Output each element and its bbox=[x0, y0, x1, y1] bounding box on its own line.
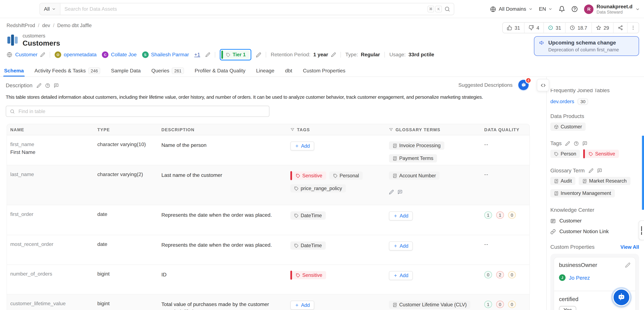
add-glossary-term-button[interactable]: Add bbox=[389, 271, 413, 280]
tab-sample-data[interactable]: Sample Data bbox=[111, 65, 140, 76]
cell-type: character varying(10) bbox=[94, 135, 158, 166]
view-all-link[interactable]: View All bbox=[620, 244, 639, 250]
more-options-button[interactable] bbox=[628, 23, 639, 33]
help-icon[interactable] bbox=[572, 6, 578, 12]
glossary-conversation-icon[interactable] bbox=[398, 190, 402, 195]
tag-chip[interactable]: Sensitive bbox=[290, 271, 326, 279]
tag-chip[interactable]: Sensitive bbox=[583, 150, 619, 158]
glossary-term-chip[interactable]: Payment Terms bbox=[389, 154, 437, 163]
dq-aborted-count[interactable]: 0 bbox=[508, 271, 516, 278]
entity-stats-bar: 3143118.729 bbox=[502, 22, 639, 33]
history-button[interactable]: 18.7 bbox=[566, 23, 592, 33]
glossary-term-chip[interactable]: Account Number bbox=[389, 172, 440, 180]
tag-chip[interactable]: price_range_policy bbox=[290, 184, 346, 193]
notifications-bell-icon[interactable] bbox=[559, 6, 565, 12]
glossary-term-chip[interactable]: Customer Lifetime Value (CLV) bbox=[389, 300, 470, 309]
upvote-button[interactable]: 31 bbox=[502, 23, 524, 33]
owner-link[interactable]: Collate Joe bbox=[111, 52, 137, 58]
tab-queries[interactable]: Queries261 bbox=[152, 65, 184, 76]
tab-custom-properties[interactable]: Custom Properties bbox=[303, 65, 346, 76]
tag-chip[interactable]: DateTime bbox=[290, 211, 326, 220]
tab-profiler-data-quality[interactable]: Profiler & Data Quality bbox=[194, 65, 246, 76]
glossary-term-chip[interactable]: Audit bbox=[550, 177, 576, 185]
tag-chip[interactable]: Sensitive bbox=[290, 172, 326, 180]
owner-link[interactable]: Shailesh Parmar bbox=[151, 52, 189, 58]
find-in-table-input[interactable] bbox=[18, 108, 265, 114]
suggested-descriptions-button[interactable]: Suggested Descriptions 4 bbox=[458, 80, 528, 90]
side-drawer-handle[interactable] bbox=[639, 220, 644, 240]
search-input[interactable] bbox=[60, 6, 428, 12]
add-glossary-term-button[interactable]: Add bbox=[389, 241, 413, 250]
domains-dropdown[interactable]: All Domains bbox=[490, 6, 533, 12]
glossary-term-chip[interactable]: Inventory Management bbox=[550, 189, 615, 197]
breadcrumb-item[interactable]: RedshiftProd bbox=[6, 23, 35, 28]
edit-domain-icon[interactable] bbox=[40, 52, 45, 57]
dq-success-count[interactable]: 0 bbox=[484, 271, 492, 278]
tag-icon bbox=[294, 243, 298, 248]
edit-tier-icon[interactable] bbox=[256, 52, 261, 57]
cell-type: character varying(2) bbox=[94, 165, 158, 205]
description-conversation-icon[interactable] bbox=[54, 83, 59, 88]
search-icon[interactable] bbox=[444, 6, 450, 12]
tab-schema[interactable]: Schema bbox=[4, 65, 24, 76]
version-button[interactable]: 31 bbox=[544, 23, 566, 33]
user-menu[interactable]: R Rounakpreet.d Data Steward bbox=[584, 4, 640, 15]
cell-description: Last name of the customer bbox=[158, 165, 287, 205]
data-product-chip[interactable]: Customer bbox=[550, 123, 586, 131]
knowledge-article-item[interactable]: Customer bbox=[550, 218, 639, 224]
more-owners-link[interactable]: +1 bbox=[194, 52, 200, 58]
tag-chip[interactable]: Personal bbox=[329, 172, 363, 180]
breadcrumb-item[interactable]: dev bbox=[42, 23, 50, 28]
glossary-conversation-icon[interactable] bbox=[597, 168, 602, 173]
filter-funnel-icon[interactable] bbox=[389, 127, 393, 132]
edit-description-icon[interactable] bbox=[37, 83, 42, 88]
owner-link[interactable]: openmetadata bbox=[64, 52, 96, 58]
edit-owners-icon[interactable] bbox=[206, 52, 210, 57]
edit-property-icon[interactable] bbox=[625, 262, 630, 268]
ai-robot-icon[interactable]: 4 bbox=[518, 80, 528, 90]
downvote-button[interactable]: 4 bbox=[524, 23, 544, 33]
dq-failed-count[interactable]: 1 bbox=[496, 211, 504, 219]
announcement-banner[interactable]: Upcoming schema change Deprecation of co… bbox=[534, 36, 639, 56]
dq-aborted-count[interactable]: 0 bbox=[508, 211, 516, 219]
joined-table-link[interactable]: dev.orders bbox=[550, 99, 574, 104]
dq-success-count[interactable]: 1 bbox=[484, 211, 492, 219]
edit-glossary-icon[interactable] bbox=[389, 190, 394, 195]
tab-dbt[interactable]: dbt bbox=[285, 65, 292, 76]
dq-failed-count[interactable]: 2 bbox=[496, 271, 504, 278]
knowledge-link-item[interactable]: Customer Notion Link bbox=[550, 229, 639, 234]
column-type: character varying(10) bbox=[97, 141, 146, 147]
glossary-term-chip[interactable]: Invoice Processing bbox=[389, 141, 444, 150]
business-owner-link[interactable]: Jo Perez bbox=[569, 275, 590, 281]
dq-success-count[interactable]: 1 bbox=[484, 300, 492, 308]
meta-divider bbox=[50, 52, 50, 58]
tag-chip[interactable]: Person bbox=[550, 150, 580, 158]
request-description-icon[interactable] bbox=[45, 83, 50, 88]
collapse-panel-button[interactable] bbox=[537, 79, 549, 91]
dq-failed-count[interactable]: 0 bbox=[496, 300, 504, 308]
share-button[interactable] bbox=[614, 23, 628, 33]
search-scope-dropdown[interactable]: All bbox=[40, 3, 60, 15]
tags-conversation-icon[interactable] bbox=[582, 141, 588, 146]
add-tag-button[interactable]: Add bbox=[290, 300, 314, 310]
owner-avatar: S bbox=[142, 51, 148, 58]
breadcrumb-item[interactable]: Demo dbt Jaffle bbox=[57, 23, 92, 28]
edit-glossary-icon[interactable] bbox=[588, 168, 593, 173]
follow-button[interactable]: 29 bbox=[592, 23, 614, 33]
edit-retention-icon[interactable] bbox=[331, 52, 336, 57]
tag-chip[interactable]: DateTime bbox=[290, 241, 326, 250]
dq-aborted-count[interactable]: 0 bbox=[508, 300, 516, 308]
add-glossary-term-button[interactable]: Add bbox=[389, 211, 413, 221]
add-tag-button[interactable]: Add bbox=[290, 141, 314, 150]
edit-tags-icon[interactable] bbox=[565, 141, 570, 146]
filter-funnel-icon[interactable] bbox=[290, 127, 294, 132]
language-dropdown[interactable]: EN bbox=[539, 6, 552, 12]
tier-badge[interactable]: Tier 1 bbox=[220, 49, 252, 60]
scrollbar-thumb[interactable] bbox=[642, 136, 644, 210]
ai-chat-button[interactable] bbox=[613, 289, 630, 306]
tab-lineage[interactable]: Lineage bbox=[256, 65, 274, 76]
glossary-term-chip[interactable]: Market Research bbox=[579, 177, 630, 185]
tab-activity-feeds-tasks[interactable]: Activity Feeds & Tasks246 bbox=[34, 65, 100, 76]
domain-link[interactable]: Customer bbox=[15, 52, 38, 58]
request-tags-icon[interactable] bbox=[574, 141, 579, 146]
